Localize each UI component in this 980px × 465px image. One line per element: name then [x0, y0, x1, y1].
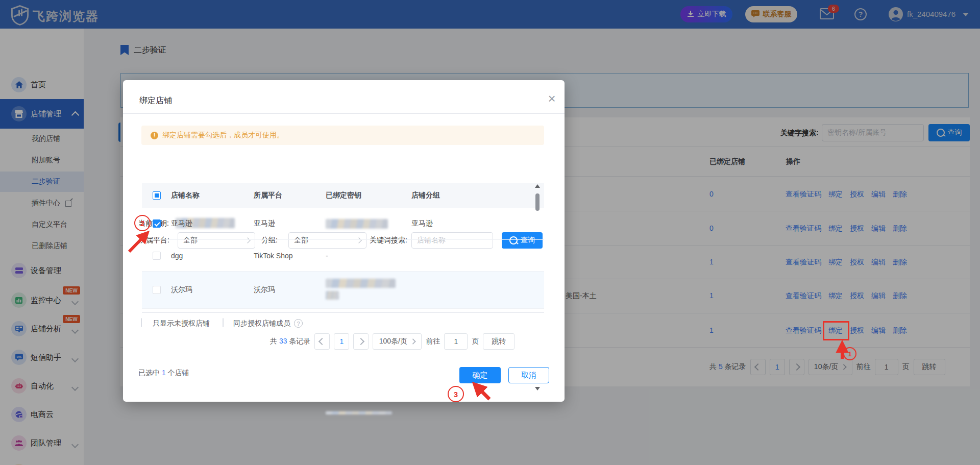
- shop-checkbox[interactable]: [153, 286, 161, 294]
- total-prefix: 共: [270, 337, 277, 345]
- chevron-right-icon: [357, 338, 364, 345]
- shop-row: 亚马逊 亚马逊 亚马逊: [142, 208, 544, 240]
- annotation-step-2: 2: [134, 215, 151, 231]
- platform-cell: TikTok Shop: [254, 252, 293, 260]
- confirm-button[interactable]: 确定: [459, 367, 501, 383]
- platform-cell: 亚马逊: [254, 219, 275, 228]
- goto-page-input[interactable]: 1: [444, 333, 468, 350]
- annotation-step-1: 1: [843, 347, 856, 360]
- bound-key-redacted: [326, 291, 339, 300]
- total-records: 共 33 条记录: [270, 337, 310, 346]
- sync-members-label: 同步授权店铺成员: [233, 319, 290, 328]
- column-header-platform: 所属平台: [254, 191, 282, 200]
- modal-pagination: 共 33 条记录 1 100条/页 前往 1 页 跳转: [270, 333, 514, 350]
- selected-summary: 已选中 1 个店铺: [138, 369, 189, 378]
- goto-label: 前往: [426, 337, 440, 346]
- page-number-button[interactable]: 1: [334, 333, 349, 350]
- annotation-step-3: 3: [448, 386, 464, 402]
- shop-name-cell: 沃尔玛: [171, 285, 192, 295]
- help-icon[interactable]: [294, 319, 303, 328]
- scrollbar-thumb[interactable]: [535, 193, 540, 211]
- per-page-value: 100条/页: [379, 337, 407, 346]
- chevron-right-icon: [410, 338, 415, 344]
- page-word: 页: [472, 337, 479, 346]
- column-header-shop-group: 店铺分组: [411, 191, 440, 200]
- select-all-checkbox[interactable]: [153, 191, 161, 200]
- shop-name-cell: 亚马逊: [171, 219, 192, 228]
- table-border: [142, 312, 544, 313]
- column-header-shop-name: 店铺名称: [171, 191, 200, 200]
- screen: 飞跨浏览器 立即下载 联系客服 6 fk_240409476: [0, 0, 980, 465]
- close-icon[interactable]: [546, 92, 558, 105]
- bound-key-redacted: [326, 219, 388, 229]
- scroll-up-icon[interactable]: [535, 184, 540, 188]
- total-suffix: 条记录: [289, 337, 310, 345]
- sync-members-checkbox[interactable]: [223, 318, 224, 327]
- warning-text: 绑定店铺需要勾选后，成员才可使用。: [162, 131, 284, 140]
- bound-key-cell: -: [326, 252, 328, 260]
- only-unauthorized-checkbox[interactable]: [141, 318, 142, 327]
- bound-key-redacted: [326, 279, 396, 288]
- table-scrollbar: [534, 184, 541, 390]
- shop-checkbox-checked[interactable]: [153, 219, 161, 228]
- total-count: 33: [279, 337, 287, 345]
- selected-prefix: 已选中: [138, 369, 160, 377]
- platform-cell: 沃尔玛: [254, 285, 275, 295]
- warning-banner: 绑定店铺需要勾选后，成员才可使用。: [141, 126, 544, 145]
- column-header-bound-key: 已绑定密钥: [326, 191, 361, 200]
- group-cell: 亚马逊: [411, 219, 433, 228]
- modal-title: 绑定店铺: [139, 95, 172, 106]
- cancel-button[interactable]: 取消: [508, 367, 549, 383]
- selected-suffix: 个店铺: [168, 369, 189, 377]
- shop-checkbox[interactable]: [153, 252, 161, 260]
- shop-name-cell: dgg: [171, 252, 183, 260]
- annotation-highlight-bind-link: [823, 321, 849, 340]
- next-page-button[interactable]: [353, 333, 369, 350]
- only-unauthorized-label: 只显示未授权店铺: [153, 319, 210, 328]
- jump-button[interactable]: 跳转: [483, 333, 514, 350]
- scroll-down-icon[interactable]: [535, 387, 540, 390]
- prev-page-button[interactable]: [314, 333, 330, 350]
- chevron-left-icon: [318, 338, 326, 345]
- warning-icon: [151, 132, 158, 139]
- bind-shop-modal: 绑定店铺 绑定店铺需要勾选后，成员才可使用。 当前密钥: 所属平台: 全部 分组…: [123, 80, 565, 402]
- partial-row-redacted: [326, 411, 392, 414]
- modal-table-header: 店铺名称 所属平台 已绑定密钥 店铺分组: [142, 183, 544, 208]
- selected-count: 1: [162, 369, 166, 377]
- shop-row: dgg TikTok Shop -: [142, 240, 544, 272]
- per-page-select[interactable]: 100条/页: [373, 333, 422, 350]
- divider: [123, 113, 565, 114]
- shop-row: 沃尔玛 沃尔玛: [142, 272, 544, 309]
